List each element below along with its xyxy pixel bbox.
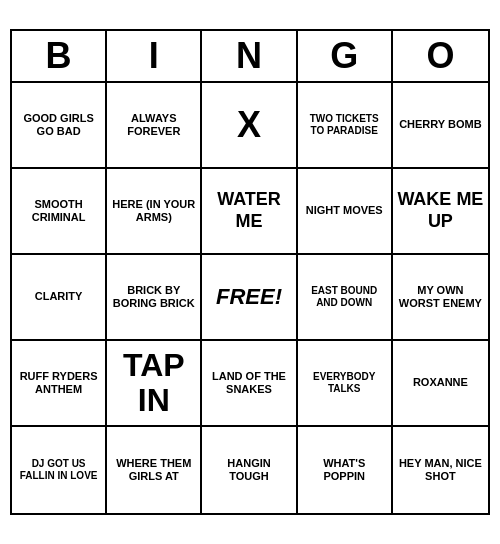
bingo-cell-8: NIGHT MOVES xyxy=(298,169,393,255)
bingo-cell-12: Free! xyxy=(202,255,297,341)
bingo-cell-22: HANGIN TOUGH xyxy=(202,427,297,513)
bingo-cell-13: EAST BOUND AND DOWN xyxy=(298,255,393,341)
bingo-cell-5: SMOOTH CRIMINAL xyxy=(12,169,107,255)
bingo-cell-16: TAP IN xyxy=(107,341,202,427)
bingo-cell-21: WHERE THEM GIRLS AT xyxy=(107,427,202,513)
header-o: O xyxy=(393,31,488,81)
bingo-grid: GOOD GIRLS GO BADALWAYS FOREVERXTWO TICK… xyxy=(12,83,488,513)
bingo-cell-7: WATER ME xyxy=(202,169,297,255)
bingo-cell-11: BRICK BY BORING BRICK xyxy=(107,255,202,341)
bingo-cell-23: WHAT'S POPPIN xyxy=(298,427,393,513)
bingo-card: B I N G O GOOD GIRLS GO BADALWAYS FOREVE… xyxy=(10,29,490,515)
bingo-cell-24: HEY MAN, NICE SHOT xyxy=(393,427,488,513)
header-b: B xyxy=(12,31,107,81)
bingo-cell-18: EVERYBODY TALKS xyxy=(298,341,393,427)
bingo-cell-0: GOOD GIRLS GO BAD xyxy=(12,83,107,169)
bingo-cell-17: LAND OF THE SNAKES xyxy=(202,341,297,427)
bingo-cell-2: X xyxy=(202,83,297,169)
bingo-cell-10: CLARITY xyxy=(12,255,107,341)
header-g: G xyxy=(298,31,393,81)
bingo-header: B I N G O xyxy=(12,31,488,83)
bingo-cell-1: ALWAYS FOREVER xyxy=(107,83,202,169)
bingo-cell-3: TWO TICKETS TO PARADISE xyxy=(298,83,393,169)
bingo-cell-4: CHERRY BOMB xyxy=(393,83,488,169)
bingo-cell-20: DJ GOT US FALLIN IN LOVE xyxy=(12,427,107,513)
header-i: I xyxy=(107,31,202,81)
bingo-cell-15: RUFF RYDERS ANTHEM xyxy=(12,341,107,427)
bingo-cell-6: HERE (IN YOUR ARMS) xyxy=(107,169,202,255)
header-n: N xyxy=(202,31,297,81)
bingo-cell-14: MY OWN WORST ENEMY xyxy=(393,255,488,341)
bingo-cell-9: WAKE ME UP xyxy=(393,169,488,255)
bingo-cell-19: ROXANNE xyxy=(393,341,488,427)
